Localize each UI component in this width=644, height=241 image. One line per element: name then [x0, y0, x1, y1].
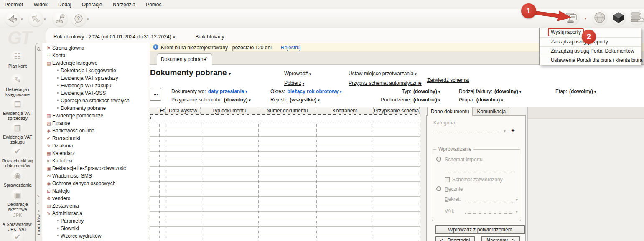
wprowadz-link[interactable]: Wprowadź	[284, 71, 311, 76]
col-typ-dokumentu[interactable]: Typ dokumentu	[201, 107, 258, 114]
filter-grupa-value[interactable]: (dowolna)	[476, 97, 503, 103]
filter-pochodzenie-value[interactable]: (dowolne)	[413, 97, 440, 103]
filter-przypisanie-value[interactable]: (dowolny)	[224, 97, 251, 103]
module-partial[interactable]: ✔	[0, 231, 35, 241]
tree-item-sms[interactable]: ✉Wiadomości SMS	[42, 172, 148, 180]
tree-item-dokumenty-pobrane[interactable]: Dokumenty pobrane	[42, 104, 148, 112]
raporty-caret-icon[interactable]: ▾	[585, 16, 587, 20]
col-et[interactable]: Et	[159, 107, 166, 114]
filter-dokumenty-wg-value[interactable]: daty przesłania	[208, 89, 247, 94]
menu-item-ustawienia-portali[interactable]: Ustawienia Portali dla biura i klienta b…	[540, 56, 641, 65]
tree-item-rodo[interactable]: ◉Ochrona danych osobowych	[42, 180, 148, 187]
filter-etap-value[interactable]: (dowolny)	[569, 89, 596, 94]
tree-item-naklejki[interactable]: ⊡Naklejki	[42, 187, 148, 195]
forward-button[interactable]	[28, 11, 43, 26]
col-icon[interactable]	[150, 107, 159, 114]
tree-item-ewidencje-pomocnicze[interactable]: ▥Ewidencje pomocnicze	[42, 112, 148, 119]
pobierz-link[interactable]: Pobierz	[284, 80, 304, 86]
tree-item-dzialania[interactable]: ✎Działania	[42, 142, 148, 150]
lock-status-link[interactable]: Brak blokady	[195, 34, 224, 40]
search-icon[interactable]	[36, 47, 41, 53]
tab-dane-dokumentu[interactable]: Dane dokumentu	[427, 107, 473, 116]
menu-podmiot[interactable]: Podmiot	[0, 0, 28, 9]
collapse-chevron-icon[interactable]: <	[37, 209, 39, 213]
register-link[interactable]: Rejestruj	[281, 45, 300, 51]
tree-item-bankowosc[interactable]: ◈Bankowość on-line	[42, 127, 148, 134]
filter-rodzaj-faktury-value[interactable]: (dowolny)	[494, 89, 521, 94]
tree-item-kalendarz[interactable]: ▦Kalendarz	[42, 150, 148, 157]
cursor-select-button[interactable]	[5, 11, 20, 26]
collapse-chevron-icon[interactable]: <	[37, 201, 39, 205]
flag-button[interactable]	[53, 11, 68, 26]
tree-item-srodki-trwale[interactable]: Operacje na środkach trwałych	[42, 97, 148, 104]
table-row[interactable]	[150, 114, 419, 121]
annotation-arrow	[533, 8, 572, 23]
module-sprawozdania[interactable]: ◉Sprawozdania	[0, 170, 35, 188]
module-dekretacja[interactable]: ✎Dekretacja i księgowanie	[0, 74, 35, 97]
zatwierdz-schemat-link[interactable]: Zatwierdź schemat	[427, 77, 469, 83]
tree-item-finanse[interactable]: ▧Finanse	[42, 119, 148, 127]
wprowadz-z-potwierdzeniem-button[interactable]: Wprowadź z potwierdzeniem	[435, 225, 525, 234]
tree-item-wzorce-wydrukow[interactable]: Wzorce wydruków	[42, 232, 148, 240]
ustaw-miejsce-link[interactable]: Ustaw miejsce przetwarzania	[349, 71, 417, 76]
tab-dokumenty-pobrane[interactable]: Dokumenty pobrane ✕	[157, 53, 212, 65]
poprzedni-button[interactable]: < Poprzedni	[435, 236, 475, 241]
filter-typ-value[interactable]: (dowolny)	[413, 89, 440, 94]
help-caret-icon[interactable]: ▾	[87, 17, 89, 21]
filter-rejestr-value[interactable]: (wszystkie)	[290, 97, 320, 103]
module-vat-sprzedazy[interactable]: ▤Ewidencja VAT sprzedaży	[0, 98, 35, 121]
filter-rejestr: Rejestr:(wszystkie)	[270, 97, 320, 103]
tree-item-vat-zakupu[interactable]: Ewidencja VAT zakupu	[42, 82, 148, 89]
tab-komunikacja[interactable]: Komunikacja	[473, 107, 509, 115]
collapse-chevron-icon[interactable]: <	[37, 194, 39, 198]
menu-operacje[interactable]: Operacje	[77, 0, 107, 9]
col-kontrahent[interactable]: Kontrahent	[316, 107, 374, 114]
grid-line	[166, 122, 166, 241]
fiscal-year-selector[interactable]: Rok obrotowy - 2024 (od 01-01-2024 do 31…	[53, 34, 176, 40]
menu-narzedzia[interactable]: Narzędzia	[108, 0, 140, 9]
tab-close-icon[interactable]: ✕	[205, 56, 208, 60]
add-kategoria-button[interactable]: +	[511, 127, 515, 134]
tree-item-vendero[interactable]: ⚙vendero	[42, 195, 148, 202]
filter-przypisanie-schematu: Przypisanie schematu:(dowolny)	[171, 97, 251, 103]
menu-item-zarzadzaj-portal[interactable]: Zarządzaj usługą Portal Dokumentów	[540, 46, 641, 56]
module-jpk[interactable]: JPKe-Sprawozdaw. JPK_VAT	[0, 209, 35, 232]
tree-item-strona-glowna[interactable]: ⚑Strona główna	[42, 44, 148, 52]
tree-item-parametry[interactable]: Parametry	[42, 217, 148, 225]
col-data-wystaw[interactable]: Data wystaw	[166, 107, 201, 114]
module-deklaracje[interactable]: ▣Deklaracje skarbowe	[0, 189, 35, 212]
tree-item-ewidencje-ksiegowe[interactable]: ▤Ewidencje księgowe	[42, 59, 148, 67]
more-filters-button[interactable]: ...	[150, 88, 161, 101]
filter-okres-value[interactable]: bieżący rok obrotowy	[287, 89, 341, 94]
forward-caret-icon[interactable]: ▾	[44, 17, 46, 21]
tree-item-deklaracje[interactable]: ▣Deklaracje i e-Sprawozdawczość	[42, 165, 148, 172]
globe-button[interactable]	[592, 10, 607, 25]
server-cloud-button[interactable]	[629, 10, 644, 25]
module-plan-kont[interactable]: ☷Plan kont	[0, 51, 35, 69]
menu-pomoc[interactable]: Pomoc	[141, 0, 166, 9]
tree-item-rozrachunki[interactable]: ✔Rozrachunki	[42, 134, 148, 142]
tree-item-slowniki[interactable]: Słowniki	[42, 225, 148, 232]
page-title[interactable]: Dokumenty pobrane	[150, 68, 231, 77]
panel-splitter[interactable]: > > >	[420, 107, 426, 241]
help-button[interactable]: ?	[71, 11, 86, 26]
tree-item-zestawienia[interactable]: ▤Zestawienia	[42, 202, 148, 210]
col-numer-dokumentu[interactable]: Numer dokumentu	[258, 107, 316, 114]
tree-item-vat-sprzedazy[interactable]: Ewidencja VAT sprzedaży	[42, 74, 148, 82]
tree-item-vat-oss[interactable]: Ewidencja VAT-OSS	[42, 89, 148, 97]
col-przypisanie-schematu[interactable]: Przypisanie schema	[374, 107, 420, 114]
module-vat-zakupu[interactable]: ▥Ewidencja VAT zakupu	[0, 122, 35, 145]
przypisz-schemat-link[interactable]: Przypisz schemat automatycznie	[349, 80, 422, 86]
tree-item-konta[interactable]: ☷Konta	[42, 52, 148, 59]
menu-widok[interactable]: Widok	[29, 0, 52, 9]
tree-item-dekretacja[interactable]: Dekretacja i księgowanie	[42, 67, 148, 74]
cursor-select-caret-icon[interactable]: ▾	[21, 17, 23, 21]
tree-item-kartoteki[interactable]: ⊞Kartoteki	[42, 157, 148, 165]
partial-module-icon: ✔	[10, 231, 25, 241]
nastepny-button[interactable]: Następny >	[481, 236, 520, 241]
tree-item-administracja[interactable]: ✎Administracja	[42, 210, 148, 217]
menu-dodaj[interactable]: Dodaj	[53, 0, 76, 9]
cube-icon	[613, 12, 624, 23]
module-rozrachunki[interactable]: ✔Rozrachunki wg dokumentów	[0, 145, 35, 168]
cube-button[interactable]	[611, 10, 626, 25]
